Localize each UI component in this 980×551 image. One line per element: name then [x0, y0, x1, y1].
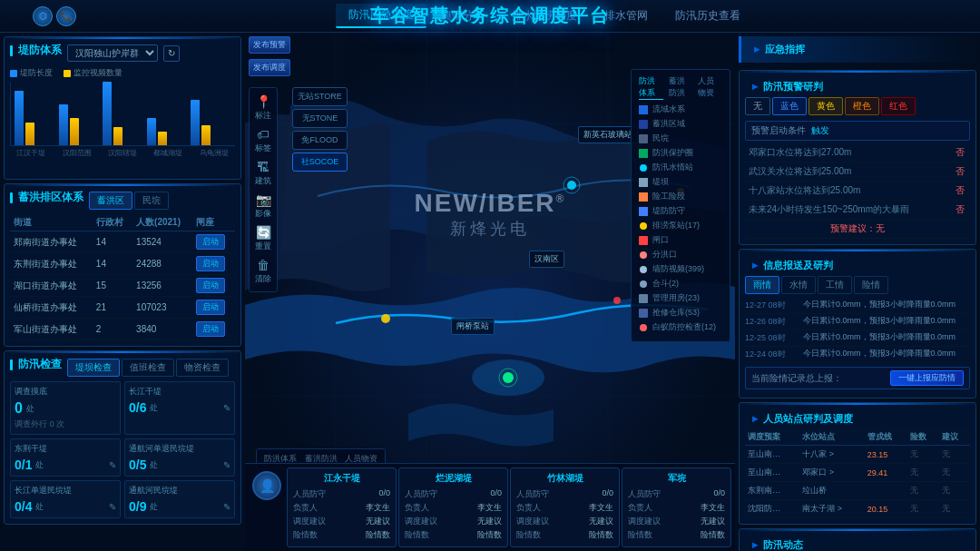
label-responsible-4: 负责人	[628, 502, 652, 514]
plan-name-2: 至山南…	[745, 464, 799, 482]
start-button-1[interactable]: 启动	[196, 234, 225, 250]
plan-name-1: 至山南…	[745, 446, 799, 464]
check-yangtze-title: 长江干堤	[129, 386, 230, 398]
label-2: 汉阳范围	[63, 148, 92, 158]
legend-protect-icon	[639, 149, 648, 158]
upload-button[interactable]: 一键上报应防情	[890, 370, 964, 386]
upload-status-line: 当前险情记录总上报： 一键上报应防情	[745, 367, 970, 389]
legend-row-protect: 防洪保护圈	[639, 147, 722, 159]
check-yangtze-civilian-title: 长江单退民垸堤	[15, 485, 116, 497]
legend-river-icon	[639, 105, 648, 114]
val-responsible-2: 李文生	[477, 502, 502, 514]
legend-tab-people[interactable]: 人员物资	[698, 75, 722, 100]
table-row: 军山街道办事处 2 3840 启动	[10, 319, 235, 340]
plan-station-4: 南太子湖 >	[799, 500, 864, 518]
center-map: NEW/IBER® 新烽光电 发布预警 发布调度 📍 标注 🏷 标签 🏗 建筑 …	[245, 33, 735, 551]
check-yangtze-civilian-unit: 处	[35, 501, 44, 513]
col-population: 人数(2021)	[132, 214, 192, 231]
info-report-title: 信息报送及研判	[745, 255, 970, 276]
start-button-2[interactable]: 启动	[196, 256, 225, 271]
level-icon-3[interactable]: 免FLOOD	[292, 131, 348, 150]
legend-row-dike: 堤坝	[639, 176, 722, 188]
alert-condition-row-2: 武汉关水位将达到25.00m 否	[745, 162, 970, 182]
flood-check-title: 防汛检查	[10, 357, 62, 372]
flood-zone-table: 街道 行政村 人数(2021) 闸座 郑南街道办事处 14 13524 启动 东…	[10, 214, 235, 340]
tab-rain[interactable]: 雨情	[745, 276, 779, 294]
alert-btn-blue[interactable]: 蓝色	[772, 97, 807, 115]
legend-tab-flood[interactable]: 防洪体系	[639, 75, 663, 100]
tool-image[interactable]: 📷 影像	[253, 190, 273, 222]
tool-building[interactable]: 🏗 建筑	[253, 157, 273, 190]
dike-title: 堤防体系	[10, 43, 62, 58]
tool-clear[interactable]: 🗑 清除	[253, 255, 273, 288]
log-text-3: 今日累计0.0mm，预报3小时降雨量0.0mm	[803, 332, 956, 343]
tab-civilian-dike[interactable]: 民垸	[134, 192, 169, 210]
tab-material-check[interactable]: 物资检查	[176, 359, 229, 377]
check-yangtze-val: 0/6	[129, 400, 146, 415]
tool-tag[interactable]: 🏷 标签	[253, 124, 273, 157]
label-responsible-3: 负责人	[516, 502, 541, 514]
refresh-button[interactable]: ↻	[163, 45, 180, 62]
tab-dam-check[interactable]: 堤坝检查	[67, 359, 120, 377]
edit-icon-5[interactable]: ✎	[223, 502, 230, 512]
legend-sluice-label: 合斗(2)	[652, 278, 679, 290]
alert-btn-orange[interactable]: 橙色	[845, 97, 879, 115]
start-button-4[interactable]: 启动	[196, 300, 225, 315]
edit-icon-2[interactable]: ✎	[109, 460, 116, 470]
publish-alert-button[interactable]: 发布预警	[249, 36, 290, 54]
bar-yellow-5	[201, 125, 211, 145]
tab-flood-history[interactable]: 防汛历史查看	[662, 5, 753, 27]
bar-chart	[10, 83, 235, 146]
level-icon-2[interactable]: 无STONE	[292, 109, 348, 128]
label-person-2: 人员防守	[405, 488, 437, 500]
tab-duty-check[interactable]: 值班检查	[122, 359, 174, 377]
tab-water[interactable]: 水情	[781, 276, 816, 294]
level-icon-4[interactable]: 社SOCOE	[292, 153, 348, 172]
start-button-5[interactable]: 启动	[196, 321, 225, 337]
flood-zone-panel: 蓄洪排区体系 蓄洪区 民垸 街道 行政村 人数(2021) 闸座	[4, 183, 241, 347]
log-item-3: 12-25 08时 今日累计0.0mm，预报3小时降雨量0.0mm	[745, 330, 970, 347]
level-icon-1[interactable]: 无站STORE	[292, 87, 348, 106]
flood-zone-tabs: 蓄洪区 民垸	[89, 192, 169, 210]
legend-tab-storage[interactable]: 蓄洪防洪	[669, 75, 693, 100]
alert-btn-red[interactable]: 红色	[881, 97, 916, 115]
legend-gate-icon	[639, 236, 648, 245]
tool-reset[interactable]: 🔄 重置	[253, 222, 273, 255]
val-advice-3: 无建议	[589, 516, 613, 527]
right-panel-header: 应急指挥	[739, 36, 976, 63]
alert-btn-yellow[interactable]: 黄色	[808, 97, 843, 115]
alert-level-buttons: 无 蓝色 黄色 橙色 红色	[745, 97, 970, 115]
tab-disaster[interactable]: 险情	[854, 276, 888, 294]
check-nav-civilian-val: 0/9	[129, 499, 146, 514]
tab-storage-zone[interactable]: 蓄洪区	[89, 192, 132, 210]
check-survey-title: 调查摸底	[15, 386, 116, 398]
personnel-title: 人员站点研判及调度	[745, 408, 970, 429]
edit-icon-3[interactable]: ✎	[223, 460, 230, 470]
station-row-3b: 负责人 李文生	[516, 502, 613, 514]
dike-select[interactable]: 汉阳独山护岸群	[67, 44, 158, 62]
trigger-val: 触发	[811, 124, 829, 137]
publish-dispatch-button[interactable]: 发布调度	[249, 59, 290, 76]
alert-btn-none[interactable]: 无	[745, 97, 770, 115]
start-button-3[interactable]: 启动	[196, 278, 225, 293]
flood-check-panel: 防汛检查 堤坝检查 值班检查 物资检查 调查摸底 0 处 调查外行 0 次	[4, 350, 241, 525]
legend-row-gate: 闸口	[639, 234, 722, 246]
legend-dike-length: 堤防长度	[10, 67, 53, 79]
bar-group-5	[191, 100, 231, 145]
legend-row-video: 墙防视频(399)	[639, 263, 722, 275]
legend-guard-icon	[639, 207, 648, 216]
col-advice: 建议	[939, 429, 971, 446]
val-advice-2: 无建议	[477, 516, 502, 527]
check-item-river-civilian: 通航河单退民垸堤 0/5 处 ✎	[124, 438, 235, 477]
legend-row-danger: 险工险段	[639, 191, 722, 202]
tool-annotate[interactable]: 📍 标注	[253, 92, 273, 124]
edit-icon-4[interactable]: ✎	[109, 502, 116, 512]
tab-engineering[interactable]: 工情	[818, 276, 852, 294]
edit-icon-1[interactable]: ✎	[223, 403, 230, 413]
logo-icon-1: ⬡	[33, 6, 53, 26]
legend-civilian-icon	[639, 134, 648, 143]
check-dongjing-val: 0/1	[15, 458, 32, 472]
val-responsible-3: 李文生	[589, 502, 613, 514]
map-label-pump: 闸桥泵站	[451, 318, 495, 335]
legend-warehouse-label: 抢修仓库(53)	[652, 307, 700, 319]
